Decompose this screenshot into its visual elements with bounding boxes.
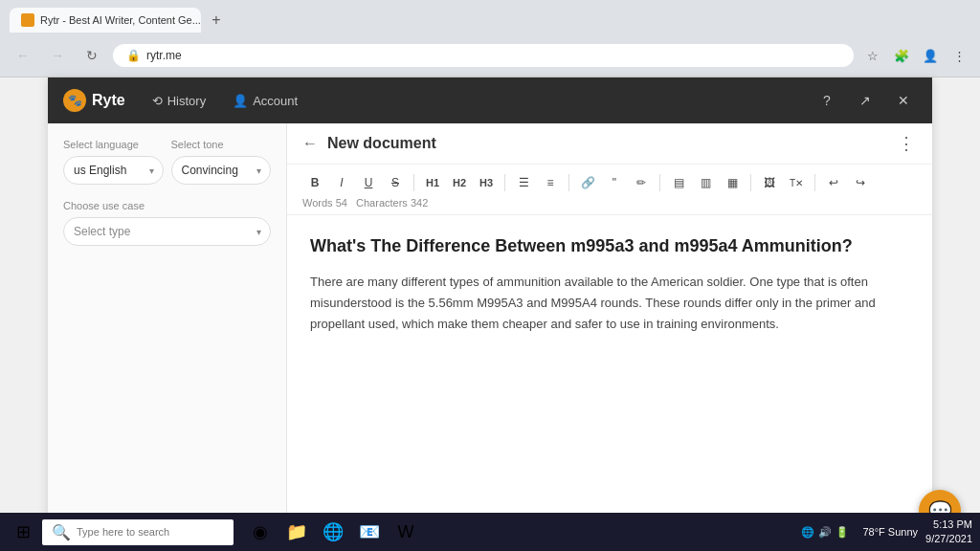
taskbar-search-area[interactable]: 🔍 <box>42 519 234 545</box>
browser-tabs: Rytr - Best AI Writer, Content Ge... ✕ + <box>10 8 970 33</box>
use-case-select[interactable]: Select type <box>63 217 271 246</box>
nav-account-label: Account <box>253 94 298 108</box>
browser-actions: ☆ 🧩 👤 ⋮ <box>861 44 970 67</box>
toolbar-bold-btn[interactable]: B <box>302 170 327 195</box>
header-nav: ⟲ History 👤 Account <box>141 88 309 114</box>
language-select[interactable]: us English <box>63 156 164 185</box>
new-tab-btn[interactable]: + <box>205 9 228 32</box>
taskbar: ⊞ 🔍 ◉ 📁 🌐 📧 W 🌐 🔊 🔋 78°F Sunny 5:13 PM 9… <box>0 513 980 551</box>
language-select-wrapper: us English ▾ <box>63 156 164 185</box>
browser-addressbar: ← → ↻ 🔒 rytr.me ☆ 🧩 👤 ⋮ <box>10 38 970 77</box>
taskbar-cortana-icon[interactable]: ◉ <box>245 517 276 547</box>
doc-header: ← New document ⋮ <box>287 123 932 165</box>
taskbar-edge-icon[interactable]: 🌐 <box>318 517 348 547</box>
help-btn[interactable]: ? <box>813 87 840 114</box>
toolbar-redo-btn[interactable]: ↪ <box>848 170 873 195</box>
taskbar-right: 🌐 🔊 🔋 78°F Sunny 5:13 PM 9/27/2021 <box>795 518 972 547</box>
editor-toolbar: B I U S H1 H2 H3 ☰ ≡ 🔗 " ✏ ▤ ▥ ▦ � <box>287 165 932 215</box>
toolbar-link-btn[interactable]: 🔗 <box>575 170 600 195</box>
nav-back-btn[interactable]: ← <box>10 42 36 69</box>
toolbar-italic-btn[interactable]: I <box>329 170 354 195</box>
sidebar-top-row: Select language us English ▾ Select tone… <box>63 139 271 200</box>
toolbar-sep-2 <box>504 174 505 191</box>
toolbar-quote-btn[interactable]: " <box>602 170 627 195</box>
toolbar-align-right-btn[interactable]: ▦ <box>720 170 745 195</box>
network-icon: 🌐 <box>801 526 814 539</box>
toolbar-h2-btn[interactable]: H2 <box>447 170 472 195</box>
battery-icon: 🔋 <box>835 526 849 539</box>
address-bar[interactable]: 🔒 rytr.me <box>113 44 854 67</box>
logo-text: Ryte <box>92 92 125 109</box>
star-btn[interactable]: ☆ <box>861 44 884 67</box>
nav-account[interactable]: 👤 Account <box>221 88 309 114</box>
toolbar-sep-3 <box>568 174 569 191</box>
browser-chrome: Rytr - Best AI Writer, Content Ge... ✕ +… <box>0 0 980 77</box>
use-case-label: Choose use case <box>63 200 271 211</box>
taskbar-sys-icons: 🌐 🔊 🔋 <box>795 526 855 539</box>
toolbar-sep-6 <box>814 174 815 191</box>
toolbar-ul-btn[interactable]: ☰ <box>511 170 536 195</box>
taskbar-search-icon: 🔍 <box>52 523 71 541</box>
toolbar-clear-btn[interactable]: T✕ <box>784 170 809 195</box>
app-header: 🐾 Ryte ⟲ History 👤 Account ? ↗ ✕ <box>48 77 932 123</box>
editor-area[interactable]: What's The Difference Between m995a3 and… <box>287 215 932 551</box>
toolbar-align-left-btn[interactable]: ▤ <box>666 170 691 195</box>
tone-label: Select tone <box>171 139 272 150</box>
nav-forward-btn[interactable]: → <box>44 42 71 69</box>
toolbar-highlight-btn[interactable]: ✏ <box>629 170 654 195</box>
taskbar-pinned-icons: ◉ 📁 🌐 📧 W <box>245 517 421 547</box>
words-value: 54 <box>336 197 347 209</box>
logo-area: 🐾 Ryte <box>63 89 125 112</box>
toolbar-h1-btn[interactable]: H1 <box>420 170 445 195</box>
taskbar-files-icon[interactable]: 📁 <box>281 517 312 547</box>
taskbar-search-input[interactable] <box>77 526 220 538</box>
doc-body-text: There are many different types of ammuni… <box>310 272 909 335</box>
volume-icon: 🔊 <box>818 526 832 539</box>
nav-refresh-btn[interactable]: ↻ <box>78 42 105 69</box>
close-app-btn[interactable]: ✕ <box>890 87 917 114</box>
back-btn[interactable]: ← <box>302 135 318 152</box>
word-count: Words 54 Characters 342 <box>302 197 428 209</box>
toolbar-h3-btn[interactable]: H3 <box>474 170 499 195</box>
doc-heading: What's The Difference Between m995a3 and… <box>310 234 909 258</box>
toolbar-underline-btn[interactable]: U <box>356 170 381 195</box>
main-content: ← New document ⋮ B I U S H1 H2 H3 ☰ ≡ 🔗 … <box>287 123 932 551</box>
app-wrapper: 🐾 Ryte ⟲ History 👤 Account ? ↗ ✕ Selec <box>48 77 932 551</box>
app-body: Select language us English ▾ Select tone… <box>48 123 932 551</box>
header-right: ? ↗ ✕ <box>813 87 917 114</box>
tone-select[interactable]: Convincing <box>171 156 272 185</box>
taskbar-word-icon[interactable]: W <box>390 517 421 547</box>
toolbar-sep-5 <box>750 174 751 191</box>
start-menu-btn[interactable]: ⊞ <box>8 517 38 547</box>
taskbar-outlook-icon[interactable]: 📧 <box>354 517 385 547</box>
logo-icon: 🐾 <box>63 89 86 112</box>
account-icon: 👤 <box>233 94 248 108</box>
toolbar-strike-btn[interactable]: S <box>383 170 408 195</box>
tone-section: Select tone Convincing ▾ <box>171 139 272 185</box>
browser-tab-active[interactable]: Rytr - Best AI Writer, Content Ge... ✕ <box>10 8 201 33</box>
sidebar: Select language us English ▾ Select tone… <box>48 123 287 551</box>
use-case-select-wrapper: Select type ▾ <box>63 217 271 246</box>
nav-history[interactable]: ⟲ History <box>141 88 217 114</box>
address-text: rytr.me <box>146 49 840 62</box>
toolbar-align-center-btn[interactable]: ▥ <box>693 170 718 195</box>
tab-title: Rytr - Best AI Writer, Content Ge... <box>40 14 201 26</box>
taskbar-time: 5:13 PM <box>925 518 972 532</box>
use-case-section: Choose use case Select type ▾ <box>63 200 271 246</box>
menu-btn[interactable]: ⋮ <box>947 44 970 67</box>
toolbar-undo-btn[interactable]: ↩ <box>821 170 846 195</box>
chars-value: 342 <box>411 197 428 209</box>
toolbar-image-btn[interactable]: 🖼 <box>757 170 782 195</box>
toolbar-sep-4 <box>659 174 660 191</box>
doc-title: New document <box>327 135 898 152</box>
extensions-btn[interactable]: 🧩 <box>890 44 913 67</box>
toolbar-ol-btn[interactable]: ≡ <box>538 170 563 195</box>
language-label: Select language <box>63 139 164 150</box>
profile-btn[interactable]: 👤 <box>919 44 942 67</box>
weather-label: 78°F Sunny <box>862 526 918 538</box>
history-icon: ⟲ <box>152 94 163 108</box>
tab-favicon <box>21 13 34 27</box>
doc-menu-btn[interactable]: ⋮ <box>898 133 917 154</box>
nav-history-label: History <box>167 94 206 108</box>
external-link-btn[interactable]: ↗ <box>852 87 879 114</box>
